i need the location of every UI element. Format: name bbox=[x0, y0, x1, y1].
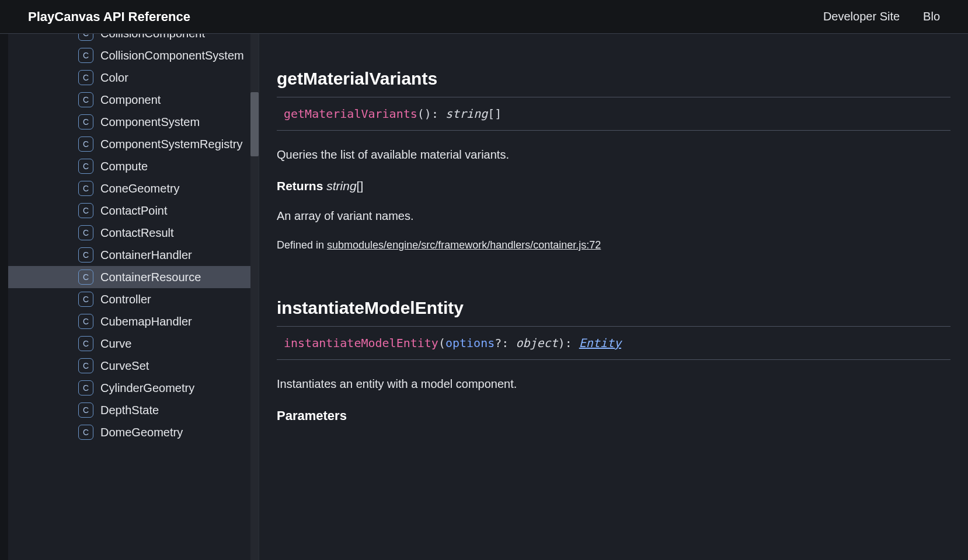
sig-return-link[interactable]: Entity bbox=[579, 336, 621, 350]
sidebar-item-CollisionComponentSystem[interactable]: CCollisionComponentSystem bbox=[8, 44, 259, 66]
sidebar-item-label: CubemapHandler bbox=[100, 315, 192, 328]
class-icon: C bbox=[78, 292, 93, 307]
sidebar-item-label: ContactPoint bbox=[100, 204, 168, 218]
sidebar-item-Curve[interactable]: CCurve bbox=[8, 332, 259, 355]
sig-open-paren: ( bbox=[438, 336, 445, 350]
sidebar-item-label: Component bbox=[100, 93, 161, 107]
defined-in-prefix: Defined in bbox=[277, 239, 327, 251]
sig-colon: : bbox=[565, 336, 579, 350]
sidebar-item-ComponentSystemRegistry[interactable]: CComponentSystemRegistry bbox=[8, 133, 259, 155]
sidebar-item-Component[interactable]: CComponent bbox=[8, 89, 259, 111]
class-icon: C bbox=[78, 181, 93, 196]
sidebar-item-CylinderGeometry[interactable]: CCylinderGeometry bbox=[8, 377, 259, 399]
sidebar-item-CollisionComponent[interactable]: CCollisionComponent bbox=[8, 34, 259, 44]
sidebar-item-label: Curve bbox=[100, 337, 131, 351]
sig-param-type: object bbox=[516, 336, 558, 350]
class-icon: C bbox=[78, 380, 93, 396]
class-icon: C bbox=[78, 92, 93, 107]
sidebar-item-ContactPoint[interactable]: CContactPoint bbox=[8, 200, 259, 222]
main-content: getMaterialVariants getMaterialVariants(… bbox=[259, 34, 968, 560]
sidebar-item-label: Controller bbox=[100, 293, 151, 306]
sidebar-scrollbar[interactable] bbox=[250, 34, 259, 560]
sidebar-item-ContactResult[interactable]: CContactResult bbox=[8, 222, 259, 244]
class-icon: C bbox=[78, 48, 93, 63]
returns-label: Returns bbox=[277, 179, 323, 192]
sidebar: CCollisionComponentCCollisionComponentSy… bbox=[8, 34, 259, 560]
defined-in-link[interactable]: submodules/engine/src/framework/handlers… bbox=[327, 239, 601, 251]
parameters-heading: Parameters bbox=[277, 408, 950, 424]
class-icon: C bbox=[78, 114, 93, 130]
sig-fn-name: getMaterialVariants bbox=[284, 107, 417, 121]
method-description: Queries the list of available material v… bbox=[277, 148, 950, 162]
class-icon: C bbox=[78, 314, 93, 329]
sidebar-item-label: DomeGeometry bbox=[100, 426, 183, 439]
sig-param-name: options bbox=[445, 336, 495, 350]
class-icon: C bbox=[78, 336, 93, 351]
site-title: PlayCanvas API Reference bbox=[28, 9, 190, 24]
returns-description: An array of variant names. bbox=[277, 209, 950, 223]
sig-close-paren: ) bbox=[558, 336, 565, 350]
defined-in: Defined in submodules/engine/src/framewo… bbox=[277, 239, 950, 251]
method-description: Instantiates an entity with a model comp… bbox=[277, 377, 950, 391]
sidebar-list: CCollisionComponentCCollisionComponentSy… bbox=[8, 34, 259, 443]
sidebar-item-CurveSet[interactable]: CCurveSet bbox=[8, 355, 259, 377]
class-icon: C bbox=[78, 358, 93, 373]
class-icon: C bbox=[78, 425, 93, 440]
sidebar-item-Controller[interactable]: CController bbox=[8, 288, 259, 310]
sidebar-item-label: DepthState bbox=[100, 404, 159, 417]
sidebar-item-label: CylinderGeometry bbox=[100, 382, 194, 395]
header-link-developer-site[interactable]: Developer Site bbox=[823, 10, 900, 23]
sidebar-item-label: ContainerHandler bbox=[100, 249, 192, 262]
class-icon: C bbox=[78, 225, 93, 240]
returns-line: Returns string[] bbox=[277, 179, 950, 193]
sig-fn-name: instantiateModelEntity bbox=[284, 336, 438, 350]
class-icon: C bbox=[78, 136, 93, 152]
sidebar-item-label: CurveSet bbox=[100, 359, 149, 373]
sidebar-item-Compute[interactable]: CCompute bbox=[8, 155, 259, 177]
sidebar-scrollbar-thumb[interactable] bbox=[250, 92, 259, 156]
method-section-getMaterialVariants: getMaterialVariants getMaterialVariants(… bbox=[277, 69, 950, 251]
sidebar-item-Color[interactable]: CColor bbox=[8, 66, 259, 89]
sidebar-item-DomeGeometry[interactable]: CDomeGeometry bbox=[8, 421, 259, 443]
sig-colon: : bbox=[431, 107, 445, 121]
class-icon: C bbox=[78, 402, 93, 418]
returns-type-name: string bbox=[326, 179, 356, 192]
class-icon: C bbox=[78, 159, 93, 174]
sidebar-item-label: CollisionComponentSystem bbox=[100, 49, 244, 62]
class-icon: C bbox=[78, 34, 93, 41]
sidebar-item-label: Compute bbox=[100, 160, 148, 173]
class-icon: C bbox=[78, 247, 93, 262]
method-title: getMaterialVariants bbox=[277, 69, 950, 97]
class-icon: C bbox=[78, 270, 93, 285]
method-section-instantiateModelEntity: instantiateModelEntity instantiateModelE… bbox=[277, 298, 950, 424]
class-icon: C bbox=[78, 70, 93, 85]
sidebar-item-label: ComponentSystemRegistry bbox=[100, 138, 242, 151]
header-link-blog[interactable]: Blo bbox=[923, 10, 940, 23]
method-signature: instantiateModelEntity(options?: object)… bbox=[277, 327, 950, 360]
class-icon: C bbox=[78, 203, 93, 218]
method-signature: getMaterialVariants(): string[] bbox=[277, 97, 950, 131]
sidebar-item-label: ContactResult bbox=[100, 226, 174, 240]
returns-type: string bbox=[326, 179, 356, 192]
header-links: Developer Site Blo bbox=[823, 10, 940, 23]
sig-parens: () bbox=[417, 107, 431, 121]
sidebar-item-label: CollisionComponent bbox=[100, 34, 205, 40]
sidebar-item-ContainerHandler[interactable]: CContainerHandler bbox=[8, 244, 259, 266]
sig-optional: ?: bbox=[495, 336, 516, 350]
sidebar-item-label: ConeGeometry bbox=[100, 182, 180, 195]
sig-return-type: string bbox=[445, 107, 488, 121]
method-title: instantiateModelEntity bbox=[277, 298, 950, 327]
page-header: PlayCanvas API Reference Developer Site … bbox=[0, 0, 968, 34]
returns-type-suffix: [] bbox=[357, 179, 364, 192]
sidebar-item-label: ComponentSystem bbox=[100, 116, 200, 129]
sidebar-item-ComponentSystem[interactable]: CComponentSystem bbox=[8, 111, 259, 133]
sidebar-item-DepthState[interactable]: CDepthState bbox=[8, 399, 259, 421]
sidebar-item-ContainerResource[interactable]: CContainerResource bbox=[8, 266, 259, 288]
sidebar-item-ConeGeometry[interactable]: CConeGeometry bbox=[8, 177, 259, 200]
sig-return-suffix: [] bbox=[488, 107, 502, 121]
sidebar-item-CubemapHandler[interactable]: CCubemapHandler bbox=[8, 310, 259, 332]
sidebar-item-label: ContainerResource bbox=[100, 271, 201, 284]
sidebar-item-label: Color bbox=[100, 71, 128, 85]
left-gutter bbox=[0, 34, 8, 560]
